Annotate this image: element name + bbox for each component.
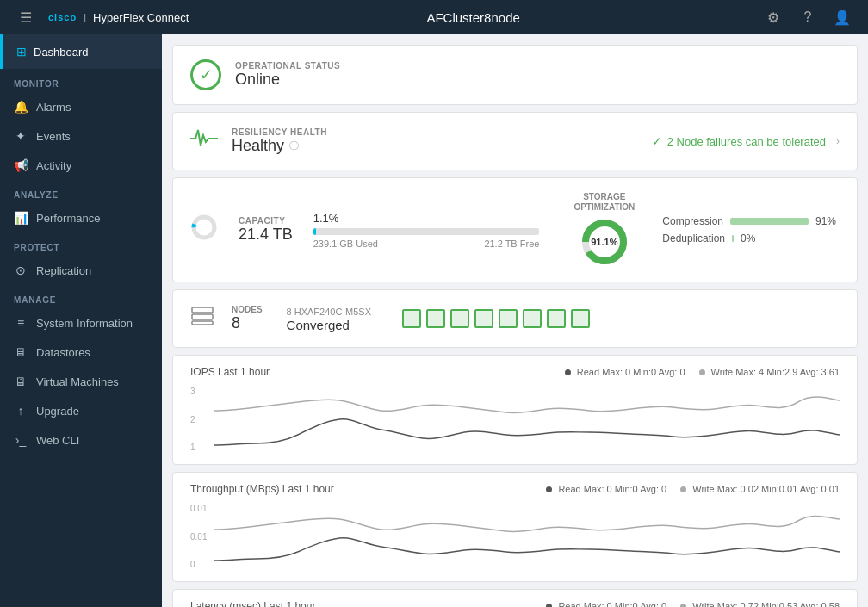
resiliency-info: RESILIENCY HEALTH Healthy ⓘ <box>232 127 327 155</box>
cisco-brand-text: cisco <box>48 12 77 22</box>
storage-opt-label: STORAGEOPTIMIZATION <box>574 192 635 213</box>
iops-write-legend: Write Max: 4 Min:2.9 Avg: 3.61 <box>699 367 840 377</box>
iops-yaxis: 3 2 1 <box>190 385 214 454</box>
node-box-5 <box>499 309 518 328</box>
replication-icon: ⊙ <box>14 263 28 277</box>
capacity-bar-fill <box>313 228 316 235</box>
nodes-count: 8 <box>232 314 263 332</box>
operational-status-card: ✓ OPERATIONAL STATUS Online <box>172 45 858 105</box>
iops-svg <box>214 385 840 454</box>
sidebar-item-virtual-machines[interactable]: 🖥 Virtual Machines <box>0 367 162 396</box>
datastores-icon: 🖥 <box>14 345 28 359</box>
throughput-y3: 0 <box>190 560 214 569</box>
top-header: ☰ cisco | HyperFlex Connect AFCluster8no… <box>0 0 868 34</box>
capacity-free-label: 21.2 TB Free <box>484 238 539 249</box>
node-boxes-container <box>402 309 590 328</box>
activity-label: Activity <box>36 159 71 172</box>
nodes-label: NODES <box>232 305 263 314</box>
operational-status-value: Online <box>235 71 340 89</box>
capacity-label: CAPACITY <box>239 216 293 226</box>
throughput-write-dot <box>680 486 686 492</box>
performance-label: Performance <box>36 212 100 225</box>
latency-read-dot <box>546 604 552 607</box>
throughput-chart-card: Throughput (MBps) Last 1 hour Read Max: … <box>172 472 858 582</box>
help-button[interactable]: ? <box>792 2 823 33</box>
node-box-1 <box>402 309 421 328</box>
events-label: Events <box>36 130 71 143</box>
capacity-used-label: 239.1 GB Used <box>313 238 378 249</box>
capacity-card: CAPACITY 21.4 TB 1.1% 239.1 GB Used 21.2… <box>172 177 858 282</box>
iops-write-line <box>214 397 840 412</box>
sidebar-item-activity[interactable]: 📢 Activity <box>0 151 162 180</box>
compression-label: Compression <box>662 215 723 227</box>
nodes-icon <box>190 304 214 333</box>
nodes-model: 8 HXAF240C-M5SX <box>287 305 371 318</box>
user-button[interactable]: 👤 <box>827 2 858 33</box>
sidebar-item-web-cli[interactable]: ›_ Web CLI <box>0 425 162 455</box>
dedup-label: Deduplication <box>662 232 725 245</box>
latency-read-legend: Read Max: 0 Min:0 Avg: 0 <box>546 601 666 607</box>
throughput-y2: 0.01 <box>190 532 214 542</box>
storage-opt-donut: 91.1% <box>579 216 630 268</box>
throughput-chart-area: 0.01 0.01 0 <box>190 502 840 571</box>
sidebar-item-performance[interactable]: 📊 Performance <box>0 203 162 232</box>
sidebar-item-alarms[interactable]: 🔔 Alarms <box>0 92 162 121</box>
iops-chart-area: 3 2 1 <box>190 385 840 454</box>
check-icon-small: ✓ <box>652 134 662 148</box>
virtual-machines-label: Virtual Machines <box>36 375 119 388</box>
latency-write-legend: Write Max: 0.72 Min:0.53 Avg: 0.58 <box>680 601 840 607</box>
iops-svg-wrap <box>214 385 840 454</box>
throughput-yaxis: 0.01 0.01 0 <box>190 502 214 571</box>
nodes-card: NODES 8 8 HXAF240C-M5SX Converged <box>172 289 858 348</box>
dedup-bar <box>732 235 734 242</box>
compression-value: 91% <box>815 215 840 227</box>
sidebar-item-replication[interactable]: ⊙ Replication <box>0 256 162 285</box>
upgrade-label: Upgrade <box>36 405 79 418</box>
latency-chart-title: Latency (msec) Last 1 hour <box>190 600 315 607</box>
info-icon[interactable]: ⓘ <box>289 139 299 152</box>
performance-icon: 📊 <box>14 211 28 225</box>
sidebar-section-manage: MANAGE <box>0 285 162 308</box>
resiliency-left: RESILIENCY HEALTH Healthy ⓘ <box>190 127 327 156</box>
resiliency-card: RESILIENCY HEALTH Healthy ⓘ ✓ 2 Node fai… <box>172 112 858 170</box>
upgrade-icon: ↑ <box>14 404 28 418</box>
web-cli-label: Web CLI <box>36 434 79 447</box>
latency-chart-header: Latency (msec) Last 1 hour Read Max: 0 M… <box>190 600 840 607</box>
sidebar-item-dashboard[interactable]: ⊞ Dashboard <box>0 34 162 69</box>
latency-write-legend-text: Write Max: 0.72 Min:0.53 Avg: 0.58 <box>692 601 840 607</box>
activity-icon: 📢 <box>14 158 28 172</box>
node-box-7 <box>547 309 566 328</box>
datastores-label: Datastores <box>36 346 90 359</box>
resiliency-value-text: Healthy <box>232 137 284 155</box>
sidebar-item-upgrade[interactable]: ↑ Upgrade <box>0 396 162 425</box>
sidebar-section-analyze: ANALYZE <box>0 180 162 203</box>
chevron-right-icon: › <box>836 135 840 147</box>
svg-rect-5 <box>192 314 213 319</box>
node-box-3 <box>450 309 469 328</box>
sidebar-item-system-information[interactable]: ≡ System Information <box>0 308 162 338</box>
events-icon: ✦ <box>14 129 28 143</box>
sidebar-section-protect: PROTECT <box>0 232 162 256</box>
capacity-card-inner: CAPACITY 21.4 TB 1.1% 239.1 GB Used 21.2… <box>190 192 840 268</box>
bell-icon: 🔔 <box>14 100 28 114</box>
sidebar-item-events[interactable]: ✦ Events <box>0 121 162 151</box>
cli-icon: ›_ <box>14 433 28 447</box>
iops-read-line <box>214 419 840 445</box>
status-info: OPERATIONAL STATUS Online <box>235 61 340 89</box>
settings-button[interactable]: ⚙ <box>758 2 789 33</box>
svg-rect-6 <box>192 321 213 325</box>
sidebar-item-datastores[interactable]: 🖥 Datastores <box>0 338 162 367</box>
throughput-write-legend: Write Max: 0.02 Min:0.01 Avg: 0.01 <box>680 484 840 494</box>
healthy-value: Healthy ⓘ <box>232 137 327 155</box>
svg-point-0 <box>194 217 214 238</box>
sidebar-section-monitor: MONITOR <box>0 69 162 92</box>
alarms-label: Alarms <box>36 101 71 114</box>
app-name-text: HyperFlex Connect <box>93 11 189 24</box>
menu-button[interactable]: ☰ <box>10 2 41 33</box>
dedup-value: 0% <box>741 232 765 245</box>
compression-row: Compression 91% <box>662 215 840 227</box>
replication-label: Replication <box>36 264 91 277</box>
throughput-read-legend-text: Read Max: 0 Min:0 Avg: 0 <box>558 484 666 494</box>
iops-y2: 2 <box>190 415 214 424</box>
resiliency-label: RESILIENCY HEALTH <box>232 127 327 137</box>
